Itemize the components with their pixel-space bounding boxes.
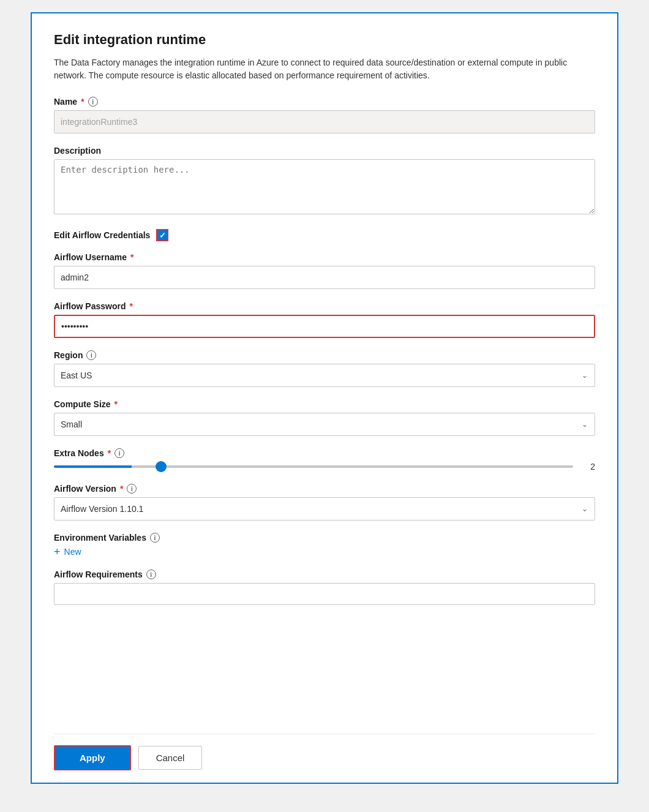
airflow-requirements-info-icon[interactable]: i bbox=[146, 570, 156, 579]
extra-nodes-field-group: Extra Nodes * i 2 bbox=[54, 448, 595, 472]
name-info-icon[interactable]: i bbox=[88, 97, 98, 107]
edit-airflow-credentials-label: Edit Airflow Credentials bbox=[54, 230, 150, 240]
form-content: Edit integration runtime The Data Factor… bbox=[54, 32, 595, 734]
region-info-icon[interactable]: i bbox=[86, 350, 96, 360]
extra-nodes-required-star: * bbox=[108, 448, 111, 458]
airflow-version-required-star: * bbox=[120, 484, 123, 494]
extra-nodes-label: Extra Nodes * i bbox=[54, 448, 595, 458]
name-input bbox=[54, 110, 595, 133]
name-field-group: Name * i bbox=[54, 97, 595, 133]
airflow-password-required-star: * bbox=[129, 301, 132, 311]
airflow-version-select-wrapper: Airflow Version 1.10.1 Airflow Version 2… bbox=[54, 497, 595, 521]
edit-integration-runtime-panel: Edit integration runtime The Data Factor… bbox=[31, 12, 618, 784]
apply-button[interactable]: Apply bbox=[54, 745, 131, 770]
airflow-version-info-icon[interactable]: i bbox=[127, 484, 137, 494]
airflow-requirements-input[interactable] bbox=[54, 583, 595, 605]
airflow-version-field-group: Airflow Version * i Airflow Version 1.10… bbox=[54, 484, 595, 521]
airflow-password-label: Airflow Password * bbox=[54, 301, 595, 311]
compute-size-label: Compute Size * bbox=[54, 399, 595, 409]
extra-nodes-value: 2 bbox=[583, 462, 595, 472]
airflow-password-input[interactable] bbox=[54, 315, 595, 338]
cancel-button[interactable]: Cancel bbox=[138, 746, 203, 770]
panel-description: The Data Factory manages the integration… bbox=[54, 56, 595, 82]
airflow-username-group: Airflow Username * bbox=[54, 252, 595, 289]
airflow-password-group: Airflow Password * bbox=[54, 301, 595, 338]
description-field-group: Description bbox=[54, 146, 595, 217]
airflow-username-required-star: * bbox=[130, 252, 133, 262]
form-footer: Apply Cancel bbox=[54, 734, 595, 783]
airflow-version-select[interactable]: Airflow Version 1.10.1 Airflow Version 2… bbox=[54, 497, 595, 521]
region-select[interactable]: East US West US West Europe Southeast As… bbox=[54, 364, 595, 387]
compute-size-field-group: Compute Size * Small Medium Large ⌄ bbox=[54, 399, 595, 436]
airflow-username-label: Airflow Username * bbox=[54, 252, 595, 262]
airflow-version-label: Airflow Version * i bbox=[54, 484, 595, 494]
name-required-star: * bbox=[81, 97, 84, 107]
extra-nodes-info-icon[interactable]: i bbox=[114, 448, 124, 458]
extra-nodes-slider-row: 2 bbox=[54, 462, 595, 472]
compute-size-select[interactable]: Small Medium Large bbox=[54, 413, 595, 436]
environment-variables-info-icon[interactable]: i bbox=[150, 533, 160, 543]
region-label: Region i bbox=[54, 350, 595, 360]
extra-nodes-slider[interactable] bbox=[54, 465, 573, 468]
region-select-wrapper: East US West US West Europe Southeast As… bbox=[54, 364, 595, 387]
edit-airflow-credentials-checkbox[interactable]: ✓ bbox=[156, 229, 168, 241]
compute-size-required-star: * bbox=[114, 399, 118, 409]
plus-icon: + bbox=[54, 546, 61, 557]
environment-variables-field-group: Environment Variables i + New bbox=[54, 533, 595, 557]
new-environment-variable-button[interactable]: + New bbox=[54, 546, 81, 557]
description-label: Description bbox=[54, 146, 595, 156]
edit-airflow-credentials-row: Edit Airflow Credentials ✓ bbox=[54, 229, 595, 241]
compute-size-select-wrapper: Small Medium Large ⌄ bbox=[54, 413, 595, 436]
panel-title: Edit integration runtime bbox=[54, 32, 595, 48]
airflow-requirements-field-group: Airflow Requirements i bbox=[54, 570, 595, 605]
environment-variables-label: Environment Variables i bbox=[54, 533, 595, 543]
description-input[interactable] bbox=[54, 159, 595, 214]
region-field-group: Region i East US West US West Europe Sou… bbox=[54, 350, 595, 387]
checkbox-checkmark: ✓ bbox=[159, 231, 166, 239]
name-label: Name * i bbox=[54, 97, 595, 107]
airflow-username-input[interactable] bbox=[54, 266, 595, 289]
airflow-requirements-label: Airflow Requirements i bbox=[54, 570, 595, 579]
